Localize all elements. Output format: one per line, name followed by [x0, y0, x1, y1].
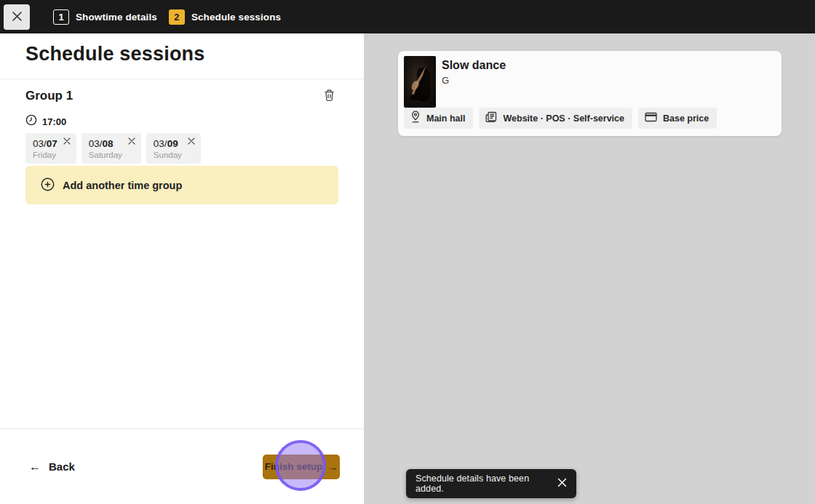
schedule-panel: Schedule sessions Group 1 17:0 — [0, 33, 364, 504]
date-value: 03/09 — [154, 138, 178, 149]
preview-canvas: Slow dance G Main hall — [364, 33, 815, 504]
back-button[interactable]: ← Back — [29, 460, 75, 473]
close-icon — [557, 478, 567, 489]
date-chip[interactable]: 03/08 Saturday — [82, 133, 141, 164]
show-summary-card: Slow dance G Main hall — [398, 51, 782, 136]
weekday-label: Friday — [33, 151, 57, 159]
wizard-steps: 1 Showtime details 2 Schedule sessions — [53, 0, 281, 33]
clock-icon — [25, 114, 37, 129]
venue-tag-label: Main hall — [426, 113, 465, 124]
session-time-value: 17:00 — [42, 116, 66, 127]
date-chip[interactable]: 03/07 Friday — [25, 133, 76, 164]
remove-date-button[interactable] — [63, 137, 71, 146]
delete-group-button[interactable] — [319, 87, 338, 105]
add-time-group-label: Add another time group — [63, 180, 182, 191]
time-group-header: Group 1 — [25, 87, 338, 105]
date-chip[interactable]: 03/09 Sunday — [146, 133, 201, 164]
toast-message: Schedule details have been added. — [416, 473, 557, 494]
step-label: Schedule sessions — [191, 12, 281, 23]
step-label: Showtime details — [76, 12, 157, 23]
step-schedule-sessions[interactable]: 2 Schedule sessions — [169, 9, 281, 25]
sales-channels-tag: Website · POS · Self-service — [479, 108, 632, 129]
date-value: 03/08 — [89, 138, 114, 149]
setup-wizard-window: 1 Showtime details 2 Schedule sessions S… — [0, 0, 815, 504]
page-title: Schedule sessions — [25, 43, 205, 65]
arrow-left-icon: ← — [29, 460, 41, 473]
back-button-label: Back — [49, 460, 75, 473]
date-value: 03/07 — [33, 138, 57, 149]
show-title: Slow dance — [442, 59, 506, 72]
wizard-topbar: 1 Showtime details 2 Schedule sessions — [0, 0, 815, 33]
price-tag: Base price — [638, 108, 717, 129]
sales-channels-tag-label: Website · POS · Self-service — [503, 113, 624, 124]
weekday-label: Saturday — [89, 151, 122, 159]
session-time-row[interactable]: 17:00 — [25, 114, 66, 129]
step-number-badge-active: 2 — [169, 9, 185, 25]
finish-setup-label: Finish setup — [265, 461, 323, 472]
close-wizard-button[interactable] — [4, 4, 30, 30]
trash-icon — [323, 89, 335, 104]
panel-footer: ← Back Finish setup → — [0, 428, 364, 504]
weekday-label: Sunday — [154, 151, 182, 159]
receipt-icon — [485, 111, 497, 126]
remove-date-button[interactable] — [188, 137, 195, 146]
step-showtime-details[interactable]: 1 Showtime details — [53, 9, 157, 25]
group-title: Group 1 — [25, 89, 73, 103]
close-icon — [188, 137, 195, 146]
close-icon — [128, 137, 135, 146]
toast-close-button[interactable] — [557, 478, 567, 489]
panel-divider — [0, 79, 364, 79]
show-rating: G — [442, 75, 449, 86]
step-number-badge: 1 — [53, 9, 69, 25]
show-card-tags: Main hall Website · POS · Self-service — [404, 108, 717, 129]
toast-notification: Schedule details have been added. — [406, 469, 576, 498]
price-tag-label: Base price — [663, 113, 709, 124]
remove-date-button[interactable] — [128, 137, 135, 146]
close-icon — [12, 11, 23, 24]
add-time-group-button[interactable]: Add another time group — [25, 166, 338, 204]
credit-card-icon — [645, 112, 657, 125]
venue-tag: Main hall — [404, 108, 473, 129]
close-icon — [63, 137, 71, 146]
arrow-right-icon: → — [327, 461, 338, 473]
session-dates-row: 03/07 Friday 03/08 Saturday 03/09 Sunday — [25, 133, 201, 164]
show-poster-image — [404, 56, 436, 108]
location-pin-icon — [410, 111, 421, 126]
finish-setup-button[interactable]: Finish setup → — [263, 455, 340, 479]
plus-circle-icon — [41, 177, 55, 193]
